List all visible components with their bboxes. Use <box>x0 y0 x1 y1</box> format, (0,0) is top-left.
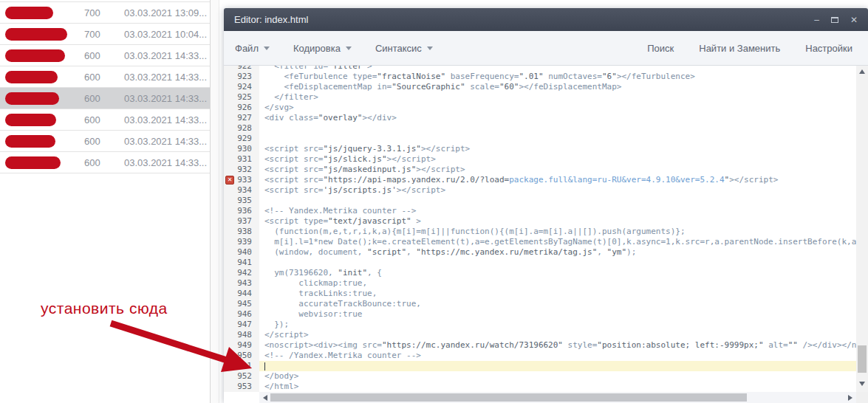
code-token: "fractalNoise" <box>377 72 445 81</box>
code-token: "init" <box>338 268 367 278</box>
menu-Настройки[interactable]: Настройки <box>805 43 852 54</box>
code-text: (function(m,e,t,r,i,k,a){m[i]=m[i]||func… <box>259 227 856 237</box>
code-line-951[interactable]: 951 <box>224 361 856 371</box>
code-text: <div class="overlay"></div> <box>259 113 856 123</box>
menu-Синтаксис[interactable]: Синтаксис <box>375 43 433 54</box>
code-line-929[interactable]: 929 <box>224 134 856 144</box>
code-area[interactable]: 922 <filter id="filter">923 <feTurbulenc… <box>224 66 856 392</box>
list-item[interactable]: 60003.03.2021 14:33... <box>0 152 210 173</box>
code-line-941[interactable]: 941 <box>224 258 856 268</box>
code-line-926[interactable]: 926</svg> <box>224 103 856 113</box>
code-token: <script type= <box>264 216 328 226</box>
line-number: 930 <box>224 144 259 154</box>
code-line-948[interactable]: 948</script> <box>224 330 856 340</box>
code-line-932[interactable]: 932<script src="js/maskedinput.js"></scr… <box>224 165 856 175</box>
records-scrollbar-track[interactable] <box>210 0 219 403</box>
code-line-934[interactable]: 934<script src='js/scripts.js'></script> <box>224 185 856 196</box>
vertical-scrollbar[interactable] <box>856 66 868 392</box>
list-item[interactable]: 60003.03.2021 14:33... <box>0 109 210 131</box>
code-token: ></feTurbulence> <box>617 72 695 81</box>
code-token: <feDisplacementMap in= <box>264 82 392 92</box>
code-token: numOctaves= <box>544 72 602 81</box>
line-number: 951 <box>224 361 259 371</box>
line-number: 950 <box>224 351 259 361</box>
horizontal-scrollbar[interactable] <box>259 392 856 403</box>
code-line-924[interactable]: 924 <feDisplacementMap in="SourceGraphic… <box>224 82 856 92</box>
page: 70003.03.2021 13:09...70003.03.2021 10:0… <box>0 0 868 403</box>
list-item[interactable]: 70003.03.2021 13:09... <box>0 2 210 24</box>
maximize-button[interactable] <box>831 16 838 24</box>
horizontal-scrollbar-thumb[interactable] <box>270 393 747 402</box>
records-list: 70003.03.2021 13:09...70003.03.2021 10:0… <box>0 1 210 173</box>
code-line-936[interactable]: 936<!-- Yandex.Metrika counter --> <box>224 206 856 216</box>
code-text <box>259 134 856 144</box>
redacted-name-blob <box>5 114 56 126</box>
scroll-left-arrow-icon[interactable] <box>263 395 267 401</box>
line-number: 929 <box>224 134 259 144</box>
code-token: "https://mc.yandex.ru/metrika/tag.js" <box>416 247 597 257</box>
menu-Файл[interactable]: Файл <box>235 43 270 54</box>
code-line-933[interactable]: 933<script src="https://api-maps.yandex.… <box>224 175 856 185</box>
code-token: </filter> <box>264 92 318 102</box>
scroll-right-arrow-icon[interactable] <box>848 395 852 401</box>
code-token: "js/maskedinput.js" <box>323 165 416 174</box>
chevron-down-icon <box>264 46 270 50</box>
editor-titlebar[interactable]: Editor: index.html – ✕ <box>224 8 868 31</box>
menu-label: Поиск <box>647 43 674 54</box>
code-line-928[interactable]: 928 <box>224 123 856 134</box>
code-line-943[interactable]: 943 clickmap:true, <box>224 278 856 289</box>
code-line-922[interactable]: 922 <filter id="filter"> <box>224 66 856 72</box>
maximize-icon <box>831 17 838 23</box>
code-token: scale= <box>465 82 499 92</box>
code-token: style= <box>563 340 597 350</box>
scroll-up-arrow-icon[interactable] <box>859 69 865 74</box>
redacted-name-blob <box>5 156 61 169</box>
code-token: accurateTrackBounce:true, <box>264 299 421 309</box>
list-item[interactable]: 60003.03.2021 14:33... <box>0 88 210 109</box>
code-line-923[interactable]: 923 <feTurbulence type="fractalNoise" ba… <box>224 72 856 82</box>
code-line-942[interactable]: 942 ym(73196620, "init", { <box>224 268 856 278</box>
menu-Найти и Заменить[interactable]: Найти и Заменить <box>699 43 780 54</box>
code-line-952[interactable]: 952</body> <box>224 371 856 382</box>
code-line-935[interactable]: 935 <box>224 196 856 206</box>
vertical-scrollbar-thumb[interactable] <box>858 345 867 373</box>
code-token: (function(m,e,t,r,i,k,a){m[i]=m[i]||func… <box>264 227 686 236</box>
code-line-927[interactable]: 927<div class="overlay"></div> <box>224 113 856 123</box>
menu-Поиск[interactable]: Поиск <box>647 43 674 54</box>
code-token: <script src= <box>264 185 323 195</box>
code-line-940[interactable]: 940 (window, document, "script", "https:… <box>224 247 856 258</box>
code-token: , <box>597 247 606 257</box>
code-token: <filter id= <box>264 66 328 71</box>
code-line-939[interactable]: 939 m[i].l=1*new Date();k=e.createElemen… <box>224 237 856 247</box>
code-line-945[interactable]: 945 accurateTrackBounce:true, <box>224 299 856 309</box>
code-token: > <box>411 216 421 226</box>
code-text: </body> <box>259 371 856 382</box>
scroll-down-arrow-icon[interactable] <box>859 382 865 386</box>
code-token: <script src= <box>264 165 323 174</box>
code-text: <noscript><div><img src="https://mc.yand… <box>259 340 856 351</box>
code-line-931[interactable]: 931<script src="js/slick.js"></script> <box>224 154 856 165</box>
code-line-944[interactable]: 944 trackLinks:true, <box>224 289 856 299</box>
code-token: "filter" <box>328 66 367 71</box>
menu-label: Файл <box>235 43 259 54</box>
code-line-953[interactable]: 953</html> <box>224 382 856 392</box>
code-token: , { <box>367 268 382 278</box>
code-line-946[interactable]: 946 webvisor:true <box>224 309 856 320</box>
code-text <box>259 123 856 134</box>
code-line-930[interactable]: 930<script src="js/jquery-3.3.1.js"></sc… <box>224 144 856 154</box>
record-date: 03.03.2021 14:33... <box>124 72 207 83</box>
code-line-925[interactable]: 925 </filter> <box>224 92 856 103</box>
code-line-950[interactable]: 950<!-- /Yandex.Metrika counter --> <box>224 351 856 361</box>
code-line-937[interactable]: 937<script type="text/javascript" > <box>224 216 856 227</box>
list-item[interactable]: 70003.03.2021 10:04... <box>0 24 210 45</box>
code-line-949[interactable]: 949<noscript><div><img src="https://mc.y… <box>224 340 856 351</box>
menu-Кодировка[interactable]: Кодировка <box>293 43 352 54</box>
minimize-button[interactable]: – <box>814 16 819 24</box>
list-item[interactable]: 60003.03.2021 14:33... <box>0 131 210 152</box>
list-item[interactable]: 60003.03.2021 14:33... <box>0 66 210 88</box>
code-line-938[interactable]: 938 (function(m,e,t,r,i,k,a){m[i]=m[i]||… <box>224 227 856 237</box>
close-button[interactable]: ✕ <box>850 16 858 24</box>
list-item[interactable]: 60003.03.2021 14:33... <box>0 45 210 66</box>
code-token: /></div></noscript> <box>798 340 856 350</box>
code-line-947[interactable]: 947 }); <box>224 320 856 330</box>
